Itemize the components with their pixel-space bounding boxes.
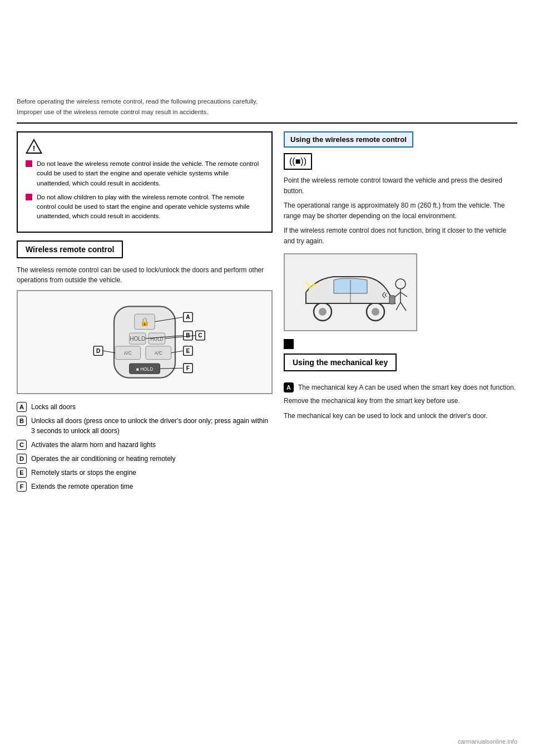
right-body-text-3: If the wireless remote control does not … xyxy=(284,225,517,246)
svg-text:C: C xyxy=(198,332,202,338)
top-line-1: Before operating the wireless remote con… xyxy=(17,96,258,106)
right-column: Using the wireless remote control ((■)) … xyxy=(284,131,517,495)
desc-A: Locks all doors xyxy=(31,402,76,412)
watermark: carmanualsonline.info xyxy=(458,738,517,745)
svg-text:■ HOLD: ■ HOLD xyxy=(136,367,153,372)
main-content: ! Do not leave the wireless remote contr… xyxy=(17,131,517,495)
svg-line-43 xyxy=(400,302,406,311)
badge-A: A xyxy=(17,402,27,412)
desc-F: Extends the remote operation time xyxy=(31,482,133,492)
mech-key-heading-box: Using the mechanical key xyxy=(284,354,397,371)
mech-key-body-3: The mechanical key can be used to lock a… xyxy=(284,411,517,421)
section-divider xyxy=(17,122,517,124)
badge-C: C xyxy=(17,440,27,450)
left-column: ! Do not leave the wireless remote contr… xyxy=(17,131,273,495)
right-section-heading-box: Using the wireless remote control xyxy=(284,131,413,148)
mech-key-heading-label: Using the mechanical key xyxy=(293,358,388,367)
warning-item-2: Do not allow children to play with the w… xyxy=(26,193,264,222)
car-illustration-svg xyxy=(289,259,412,326)
page-container: Before operating the wireless remote con… xyxy=(0,0,534,756)
svg-text:A/C: A/C xyxy=(124,351,132,356)
wireless-remote-heading-box: Wireless remote control xyxy=(17,240,123,258)
wireless-remote-heading: Wireless remote control xyxy=(26,245,114,254)
svg-text:🔒: 🔒 xyxy=(140,317,150,327)
key-fob-svg: 🔒 HOLD HOLD A/C A/C ■ HOLD xyxy=(83,299,206,385)
badge-F: F xyxy=(17,482,27,492)
warning-item-1: Do not leave the wireless remote control… xyxy=(26,159,264,188)
mech-section-marker xyxy=(284,339,294,349)
mech-key-heading xyxy=(284,339,517,349)
svg-text:F: F xyxy=(186,365,190,371)
svg-text:D: D xyxy=(96,347,100,354)
warning-header: ! xyxy=(26,138,264,155)
svg-text:A/C: A/C xyxy=(155,351,162,356)
desc-D: Operates the air conditioning or heating… xyxy=(31,454,175,464)
svg-rect-44 xyxy=(389,296,395,304)
svg-point-38 xyxy=(395,279,406,289)
mech-key-body-1: The mechanical key A can be used when th… xyxy=(298,382,516,393)
warning-triangle-icon: ! xyxy=(26,138,42,155)
button-label-A: A Locks all doors xyxy=(17,402,273,412)
svg-point-36 xyxy=(372,308,379,316)
svg-text:B: B xyxy=(186,332,190,338)
badge-E: E xyxy=(17,468,27,478)
warning-box: ! Do not leave the wireless remote contr… xyxy=(17,131,273,233)
badge-B: B xyxy=(17,416,27,426)
svg-text:E: E xyxy=(186,347,190,354)
warning-bullet-1 xyxy=(26,160,32,167)
button-label-C: C Activates the alarm horn and hazard li… xyxy=(17,440,273,450)
mech-key-body-2: Remove the mechanical key from the smart… xyxy=(284,396,517,406)
right-body-text-2: The operational range is approximately 8… xyxy=(284,200,517,221)
top-text-lines: Before operating the wireless remote con… xyxy=(17,96,258,117)
warning-text-2: Do not allow children to play with the w… xyxy=(37,193,264,222)
mech-key-badge-row: A The mechanical key A can be used when … xyxy=(284,382,517,393)
badge-D: D xyxy=(17,454,27,464)
svg-line-42 xyxy=(396,302,400,310)
top-section: Before operating the wireless remote con… xyxy=(17,11,517,122)
svg-line-41 xyxy=(400,292,407,297)
desc-C: Activates the alarm horn and hazard ligh… xyxy=(31,440,156,450)
button-label-B: B Unlocks all doors (press once to unloc… xyxy=(17,416,273,436)
button-label-E: E Remotely starts or stops the engine xyxy=(17,468,273,478)
desc-E: Remotely starts or stops the engine xyxy=(31,468,136,478)
svg-text:!: ! xyxy=(33,144,36,153)
wireless-icon-box: ((■)) xyxy=(284,153,517,170)
wireless-signal-icon: ((■)) xyxy=(284,153,312,170)
warning-bullet-2 xyxy=(26,194,32,200)
button-labels-list: A Locks all doors B Unlocks all doors (p… xyxy=(17,402,273,492)
desc-B: Unlocks all doors (press once to unlock … xyxy=(31,416,273,436)
svg-line-26 xyxy=(103,351,115,353)
svg-point-34 xyxy=(319,308,327,316)
button-label-F: F Extends the remote operation time xyxy=(17,482,273,492)
svg-text:A: A xyxy=(186,314,190,320)
svg-text:HOLD: HOLD xyxy=(130,335,145,341)
warning-text-1: Do not leave the wireless remote control… xyxy=(37,159,264,188)
mech-key-section: Using the mechanical key A The mechanica… xyxy=(284,339,517,421)
right-body-text-1: Point the wireless remote control toward… xyxy=(284,175,517,196)
badge-key-A: A xyxy=(284,382,294,392)
wireless-intro-text: The wireless remote control can be used … xyxy=(17,265,273,286)
top-line-2: Improper use of the wireless remote cont… xyxy=(17,107,258,117)
button-label-D: D Operates the air conditioning or heati… xyxy=(17,454,273,464)
car-illustration xyxy=(284,253,417,331)
key-fob-diagram: 🔒 HOLD HOLD A/C A/C ■ HOLD xyxy=(17,290,273,394)
right-section-heading: Using the wireless remote control xyxy=(290,135,407,144)
